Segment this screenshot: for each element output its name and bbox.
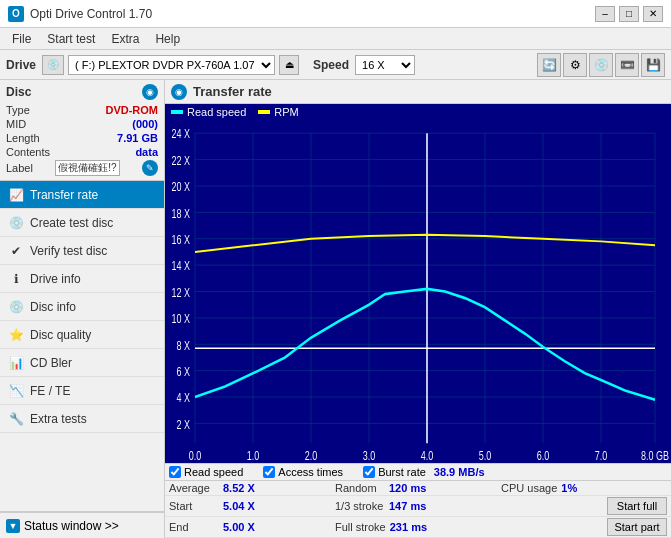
disc-length-value: 7.91 GB — [117, 132, 158, 144]
nav-items: 📈 Transfer rate 💿 Create test disc ✔ Ver… — [0, 181, 164, 511]
svg-text:8 X: 8 X — [177, 338, 190, 352]
menu-file[interactable]: File — [4, 30, 39, 48]
stat-end: End 5.00 X — [169, 521, 335, 533]
nav-drive-info-label: Drive info — [30, 272, 81, 286]
app-title: Opti Drive Control 1.70 — [30, 7, 152, 21]
stat-start-part: Start part — [501, 518, 667, 536]
access-times-checkbox[interactable] — [263, 466, 275, 478]
stats-bar: Read speed Access times Burst rate 38.9 … — [165, 463, 671, 480]
nav-disc-info[interactable]: 💿 Disc info — [0, 293, 164, 321]
chart-header: ◉ Transfer rate — [165, 80, 671, 104]
toolbar-refresh-icon[interactable]: 🔄 — [537, 53, 561, 77]
toolbar-media-icon[interactable]: 📼 — [615, 53, 639, 77]
start-part-button[interactable]: Start part — [607, 518, 667, 536]
nav-create-test-disc[interactable]: 💿 Create test disc — [0, 209, 164, 237]
legend-read-speed-label: Read speed — [187, 106, 246, 118]
stat-row-start: Start 5.04 X 1/3 stroke 147 ms Start ful… — [165, 496, 671, 517]
maximize-button[interactable]: □ — [619, 6, 639, 22]
drive-bar: Drive 💿 ( F:) PLEXTOR DVDR PX-760A 1.07 … — [0, 50, 671, 80]
speed-select[interactable]: 16 X — [355, 55, 415, 75]
checkbox-burst-rate[interactable]: Burst rate — [363, 466, 426, 478]
disc-length-label: Length — [6, 132, 40, 144]
svg-text:24 X: 24 X — [172, 127, 190, 141]
toolbar-disc-icon[interactable]: 💿 — [589, 53, 613, 77]
speed-label: Speed — [313, 58, 349, 72]
disc-icon: ◉ — [142, 84, 158, 100]
title-bar: O Opti Drive Control 1.70 – □ ✕ — [0, 0, 671, 28]
stat-row-end: End 5.00 X Full stroke 231 ms Start part — [165, 517, 671, 538]
main-layout: Disc ◉ Type DVD-ROM MID (000) Length 7.9… — [0, 80, 671, 538]
svg-text:18 X: 18 X — [172, 206, 190, 220]
disc-quality-icon: ⭐ — [8, 327, 24, 343]
chart-header-icon: ◉ — [171, 84, 187, 100]
drive-label: Drive — [6, 58, 36, 72]
nav-verify-test-disc-label: Verify test disc — [30, 244, 107, 258]
nav-drive-info[interactable]: ℹ Drive info — [0, 265, 164, 293]
toolbar-settings-icon[interactable]: ⚙ — [563, 53, 587, 77]
chart-svg: 24 X 22 X 20 X 18 X 16 X 14 X 12 X 10 X … — [165, 120, 671, 463]
nav-disc-quality-label: Disc quality — [30, 328, 91, 342]
create-test-disc-icon: 💿 — [8, 215, 24, 231]
nav-cd-bler-label: CD Bler — [30, 356, 72, 370]
one-third-value: 147 ms — [389, 500, 426, 512]
disc-label-icon[interactable]: ✎ — [142, 160, 158, 176]
menu-bar: File Start test Extra Help — [0, 28, 671, 50]
stat-one-third: 1/3 stroke 147 ms — [335, 500, 501, 512]
nav-verify-test-disc[interactable]: ✔ Verify test disc — [0, 237, 164, 265]
svg-text:6 X: 6 X — [177, 365, 190, 379]
drive-info-icon: ℹ — [8, 271, 24, 287]
nav-cd-bler[interactable]: 📊 CD Bler — [0, 349, 164, 377]
read-speed-checkbox[interactable] — [169, 466, 181, 478]
disc-mid-label: MID — [6, 118, 26, 130]
svg-text:4.0: 4.0 — [421, 449, 434, 463]
disc-type-label: Type — [6, 104, 30, 116]
drive-select[interactable]: ( F:) PLEXTOR DVDR PX-760A 1.07 — [68, 55, 275, 75]
svg-text:16 X: 16 X — [172, 233, 190, 247]
full-stroke-label: Full stroke — [335, 521, 386, 533]
checkbox-read-speed[interactable]: Read speed — [169, 466, 243, 478]
chart-area: 24 X 22 X 20 X 18 X 16 X 14 X 12 X 10 X … — [165, 120, 671, 463]
end-label: End — [169, 521, 219, 533]
fe-te-icon: 📉 — [8, 383, 24, 399]
left-panel: Disc ◉ Type DVD-ROM MID (000) Length 7.9… — [0, 80, 165, 538]
random-label: Random — [335, 482, 385, 494]
menu-start-test[interactable]: Start test — [39, 30, 103, 48]
legend-read-speed-color — [171, 110, 183, 114]
disc-label-value: 假視備確鈺!? — [55, 160, 119, 176]
svg-text:0.0: 0.0 — [189, 449, 202, 463]
svg-text:20 X: 20 X — [172, 180, 190, 194]
nav-disc-info-label: Disc info — [30, 300, 76, 314]
checkbox-access-times[interactable]: Access times — [263, 466, 343, 478]
nav-fe-te-label: FE / TE — [30, 384, 70, 398]
nav-fe-te[interactable]: 📉 FE / TE — [0, 377, 164, 405]
status-window-button[interactable]: ▼ Status window >> — [0, 512, 164, 538]
nav-transfer-rate[interactable]: 📈 Transfer rate — [0, 181, 164, 209]
read-speed-checkbox-label: Read speed — [184, 466, 243, 478]
stat-start-full: Start full — [501, 497, 667, 515]
nav-disc-quality[interactable]: ⭐ Disc quality — [0, 321, 164, 349]
random-value: 120 ms — [389, 482, 426, 494]
legend-rpm-label: RPM — [274, 106, 298, 118]
stat-full-stroke: Full stroke 231 ms — [335, 521, 501, 533]
minimize-button[interactable]: – — [595, 6, 615, 22]
drive-icon: 💿 — [42, 55, 64, 75]
stat-average: Average 8.52 X — [169, 482, 335, 494]
start-value: 5.04 X — [223, 500, 255, 512]
cpu-value: 1% — [561, 482, 577, 494]
svg-text:6.0: 6.0 — [537, 449, 550, 463]
burst-rate-checkbox[interactable] — [363, 466, 375, 478]
menu-extra[interactable]: Extra — [103, 30, 147, 48]
svg-text:10 X: 10 X — [172, 312, 190, 326]
disc-info-icon: 💿 — [8, 299, 24, 315]
stat-row-average: Average 8.52 X Random 120 ms CPU usage 1… — [165, 481, 671, 496]
close-button[interactable]: ✕ — [643, 6, 663, 22]
svg-text:5.0: 5.0 — [479, 449, 492, 463]
nav-extra-tests[interactable]: 🔧 Extra tests — [0, 405, 164, 433]
drive-eject-button[interactable]: ⏏ — [279, 55, 299, 75]
start-full-button[interactable]: Start full — [607, 497, 667, 515]
toolbar-save-icon[interactable]: 💾 — [641, 53, 665, 77]
burst-rate-checkbox-label: Burst rate — [378, 466, 426, 478]
average-value: 8.52 X — [223, 482, 255, 494]
stat-random: Random 120 ms — [335, 482, 501, 494]
menu-help[interactable]: Help — [147, 30, 188, 48]
